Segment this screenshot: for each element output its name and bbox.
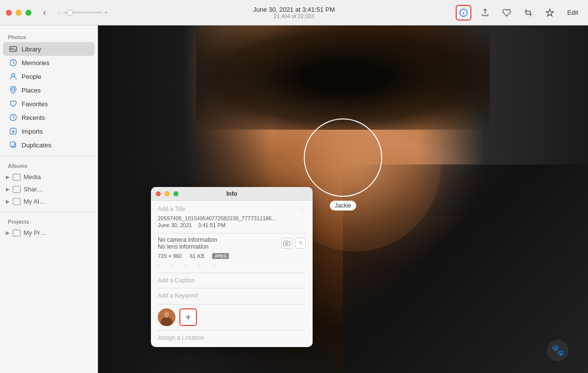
toolbar-actions: Edit (456, 5, 582, 21)
face-name-label: Jackie (330, 201, 356, 210)
traffic-lights (6, 10, 31, 16)
info-date: June 30, 2021 (158, 222, 192, 228)
info-panel: Info Add a Title ♡ 20597405_101549540772… (151, 187, 313, 347)
person-avatar-jackie[interactable] (158, 308, 175, 326)
sidebar-item-library[interactable]: Library (3, 42, 95, 56)
info-panel-body: Add a Title ♡ 20597405_10154954077258223… (151, 201, 313, 347)
sidebar-item-places[interactable]: Places (3, 83, 95, 97)
imports-icon (9, 127, 18, 136)
titlebar: ‹ ○ + June 30, 2021 at 3:41:51 PM 21,404… (0, 0, 588, 25)
photos-section-label: Photos (0, 31, 98, 42)
library-label: Library (22, 46, 41, 53)
shared-label: Shar… (24, 186, 43, 193)
duplicates-label: Duplicates (22, 141, 51, 149)
svg-rect-13 (10, 142, 15, 146)
plus-icon: + (185, 312, 191, 322)
back-button[interactable]: ‹ (39, 5, 50, 20)
crop-icon (524, 8, 533, 17)
sidebar-item-media[interactable]: ▶ Media (0, 171, 98, 183)
fullscreen-button[interactable] (25, 10, 31, 16)
assign-location-field[interactable]: Assign a Location (158, 333, 306, 342)
info-filesize: 61 KB (190, 253, 204, 259)
photo-date: June 30, 2021 at 3:41:51 PM (253, 6, 335, 13)
info-people-row: + (158, 308, 306, 326)
info-heart-icon[interactable]: ♡ (299, 206, 306, 213)
edit-button[interactable]: Edit (564, 7, 582, 18)
places-label: Places (22, 87, 41, 94)
shared-folder-icon (13, 186, 21, 193)
photo-count: 21,404 of 22,033 (253, 13, 335, 19)
info-question-btn[interactable]: ? (295, 238, 306, 249)
info-icon (459, 8, 468, 17)
info-fullscreen-button[interactable] (173, 191, 178, 196)
share-button[interactable] (477, 5, 493, 21)
favorite-button[interactable] (499, 5, 514, 21)
info-panel-titlebar: Info (151, 187, 313, 201)
favorites-icon (9, 99, 18, 108)
imports-label: Imports (22, 128, 43, 135)
people-icon (9, 72, 18, 81)
memories-label: Memories (22, 59, 49, 67)
heart-icon (502, 8, 511, 17)
crop-button[interactable] (520, 5, 536, 21)
places-icon (9, 86, 18, 94)
enhance-button[interactable] (542, 5, 558, 21)
my-albums-folder-icon (13, 198, 21, 205)
camera-icon-btn[interactable] (281, 238, 292, 249)
favorites-label: Favorites (22, 100, 48, 108)
question-icon: ? (299, 240, 302, 246)
nav-controls: ‹ ○ + (39, 5, 108, 20)
info-specs-row: 720 × 960 61 KB JPEG (158, 253, 306, 259)
info-filetype-badge: JPEG (212, 253, 229, 259)
sidebar: Photos Library Memories (0, 25, 98, 373)
info-camera-row: No camera information No lens informatio… (158, 236, 306, 250)
add-caption-field[interactable]: Add a Caption (158, 276, 306, 285)
info-title-row: Add a Title ♡ (158, 206, 306, 213)
magic-icon (545, 8, 554, 17)
info-time: 3:41:51 PM (198, 222, 225, 228)
sidebar-item-duplicates[interactable]: Duplicates (3, 138, 95, 152)
info-button[interactable] (456, 5, 471, 21)
sidebar-divider-2 (0, 211, 98, 212)
info-no-lens: No lens information (158, 243, 217, 250)
info-dash-3: - (185, 262, 187, 269)
sidebar-item-favorites[interactable]: Favorites (3, 97, 95, 111)
albums-section-label: Albums (0, 160, 98, 171)
pet-badge: 🐾 (547, 340, 568, 361)
sidebar-item-recents[interactable]: Recents (3, 111, 95, 124)
zoom-slider[interactable]: ○ + (58, 9, 108, 16)
media-chevron-icon: ▶ (6, 174, 10, 180)
my-projects-chevron-icon: ▶ (6, 230, 10, 235)
sidebar-divider-1 (0, 156, 98, 156)
sidebar-item-shared[interactable]: ▶ Shar… (0, 183, 98, 195)
info-dimensions: 720 × 960 (158, 253, 182, 259)
info-dash-2: - (172, 262, 173, 269)
sidebar-item-people[interactable]: People (3, 70, 95, 83)
info-dashes-row: - - - - - (158, 262, 306, 269)
photo-area: Jackie 🐾 Info Add a Title ♡ 20597405_101… (98, 25, 588, 373)
info-divider-4 (158, 304, 306, 304)
my-projects-folder-icon (13, 230, 21, 236)
sidebar-item-my-albums[interactable]: ▶ My Al… (0, 195, 98, 208)
info-minimize-button[interactable] (165, 191, 170, 196)
duplicates-icon (9, 140, 18, 149)
memories-icon (9, 58, 18, 67)
main-layout: Photos Library Memories (0, 25, 588, 373)
share-icon (481, 8, 490, 17)
minimize-button[interactable] (16, 10, 22, 16)
add-keyword-field[interactable]: Add a Keyword (158, 291, 306, 300)
media-label: Media (24, 173, 41, 181)
sidebar-item-imports[interactable]: Imports (3, 124, 95, 138)
close-button[interactable] (6, 10, 12, 16)
add-title-field[interactable]: Add a Title (158, 206, 186, 212)
recents-label: Recents (22, 114, 45, 121)
sidebar-item-memories[interactable]: Memories (3, 56, 95, 70)
camera-icon (283, 240, 290, 247)
info-dash-5: - (213, 262, 215, 269)
add-person-button[interactable]: + (179, 308, 197, 326)
my-albums-label: My Al… (24, 198, 46, 205)
sidebar-item-my-projects[interactable]: ▶ My Pr… (0, 227, 98, 239)
recents-icon (9, 113, 18, 122)
info-close-button[interactable] (156, 191, 161, 196)
shared-chevron-icon: ▶ (6, 186, 10, 192)
